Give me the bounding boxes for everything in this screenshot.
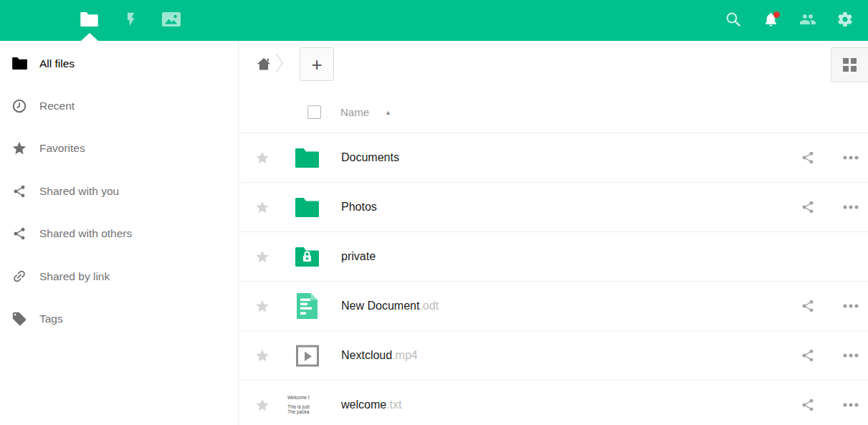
sidebar-item-all-files[interactable]: All files <box>0 42 238 85</box>
folder-icon[interactable] <box>295 193 319 221</box>
select-all-checkbox[interactable] <box>307 105 321 119</box>
more-actions-icon[interactable] <box>842 156 859 160</box>
file-row-documents[interactable]: Documents <box>239 133 868 183</box>
more-actions-icon[interactable] <box>842 205 859 209</box>
link-icon <box>11 269 27 285</box>
sidebar-item-label: Shared by link <box>39 270 110 283</box>
search-icon <box>725 11 742 31</box>
top-navigation-bar <box>0 0 868 41</box>
chevron-right-icon <box>275 53 284 76</box>
gallery-icon <box>161 11 181 31</box>
sidebar-item-label: Shared with others <box>39 227 132 240</box>
grid-view-icon <box>843 58 857 72</box>
share-icon[interactable] <box>799 348 816 363</box>
favorite-star-icon[interactable] <box>254 398 270 413</box>
app-files-button[interactable] <box>69 0 110 41</box>
more-actions-icon[interactable] <box>842 304 859 308</box>
files-sidebar: All files Recent Favorites Shared with y… <box>0 41 239 425</box>
clock-icon <box>11 98 27 114</box>
file-name[interactable]: Documents <box>341 151 399 164</box>
favorite-star-icon[interactable] <box>254 348 270 363</box>
share-icon[interactable] <box>799 151 816 165</box>
folder-icon <box>11 56 27 72</box>
lightning-icon <box>123 10 138 32</box>
file-row-private[interactable]: private <box>239 232 868 282</box>
file-name[interactable]: Nextcloud.mp4 <box>341 349 418 362</box>
topbar-actions <box>715 0 868 41</box>
sidebar-item-label: All files <box>39 57 75 70</box>
more-actions-icon[interactable] <box>842 403 859 407</box>
sidebar-item-label: Favorites <box>39 142 85 155</box>
sidebar-item-shared-with-others[interactable]: Shared with others <box>0 213 238 255</box>
share-icon <box>11 183 27 199</box>
share-icon[interactable] <box>799 299 816 313</box>
app-menu <box>69 0 191 41</box>
notifications-button[interactable] <box>752 0 789 41</box>
sidebar-item-label: Tags <box>39 312 63 325</box>
sort-ascending-icon: ▲ <box>385 109 391 116</box>
file-row-nextcloud[interactable]: Nextcloud.mp4 <box>239 331 868 381</box>
search-button[interactable] <box>715 0 752 41</box>
contacts-icon <box>798 11 817 31</box>
name-column-header[interactable]: Name <box>340 106 369 118</box>
favorite-star-icon[interactable] <box>254 299 270 314</box>
file-row-new-document[interactable]: New Document.odt <box>239 282 868 331</box>
sidebar-item-label: Recent <box>39 100 75 113</box>
locked-folder-icon[interactable] <box>295 242 319 271</box>
file-name[interactable]: New Document.odt <box>341 300 439 312</box>
file-name[interactable]: private <box>341 250 376 263</box>
sidebar-item-recent[interactable]: Recent <box>0 85 238 127</box>
favorite-star-icon[interactable] <box>254 249 270 264</box>
contacts-button[interactable] <box>789 0 826 41</box>
settings-button[interactable] <box>826 0 864 41</box>
new-file-button[interactable]: + <box>300 47 334 81</box>
tag-icon <box>11 311 27 327</box>
sidebar-item-tags[interactable]: Tags <box>0 297 238 340</box>
file-row-welcome[interactable]: Welcome tThis is justThe packa welcome.t… <box>239 381 868 425</box>
document-icon[interactable] <box>295 292 319 320</box>
breadcrumb-toolbar: + <box>239 41 868 93</box>
file-list-panel: + Name ▲ Documents Photos private <box>239 41 868 425</box>
folder-icon[interactable] <box>295 143 319 172</box>
star-icon <box>11 140 27 156</box>
app-activity-button[interactable] <box>110 0 151 41</box>
sidebar-item-shared-by-link[interactable]: Shared by link <box>0 255 238 297</box>
share-icon <box>11 226 27 242</box>
file-rows: Documents Photos private New Document.od… <box>239 133 868 425</box>
sidebar-item-label: Shared with you <box>39 185 119 198</box>
video-icon[interactable] <box>295 341 319 370</box>
app-gallery-button[interactable] <box>151 0 191 41</box>
share-icon[interactable] <box>799 200 816 214</box>
file-name[interactable]: welcome.txt <box>341 398 401 411</box>
sidebar-item-shared-with-you[interactable]: Shared with you <box>0 170 238 212</box>
favorite-star-icon[interactable] <box>254 151 270 166</box>
folder-icon <box>80 12 98 29</box>
home-icon <box>256 57 272 75</box>
file-table-header: Name ▲ <box>239 93 868 133</box>
grid-view-toggle-button[interactable] <box>831 47 868 82</box>
more-actions-icon[interactable] <box>842 353 859 358</box>
file-row-photos[interactable]: Photos <box>239 183 868 232</box>
share-icon[interactable] <box>799 398 816 412</box>
favorite-star-icon[interactable] <box>254 200 270 215</box>
file-name[interactable]: Photos <box>341 201 377 214</box>
sidebar-item-favorites[interactable]: Favorites <box>0 128 238 170</box>
gear-icon <box>836 11 854 31</box>
text-preview-thumbnail[interactable]: Welcome tThis is justThe packa <box>295 391 319 419</box>
notification-badge <box>773 11 780 18</box>
